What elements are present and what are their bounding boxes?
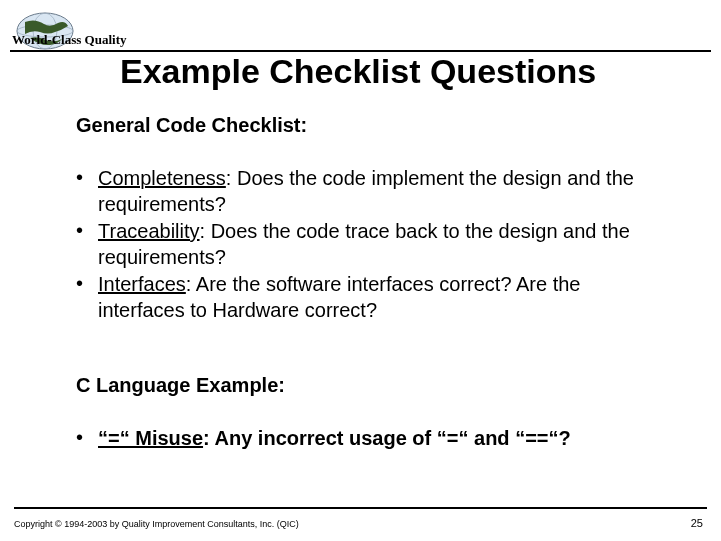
bullet-icon: • [76,166,98,217]
bullet-icon: • [76,272,98,323]
item-label: Interfaces [98,273,186,295]
general-checklist: • Completeness: Does the code implement … [76,166,661,326]
list-item: • Interfaces: Are the software interface… [76,272,661,323]
copyright-text: Copyright © 1994-2003 by Quality Improve… [14,519,299,529]
list-item-body: “=“ Misuse: Any incorrect usage of “=“ a… [98,426,691,452]
section-heading-general: General Code Checklist: [76,114,307,137]
list-item-body: Traceability: Does the code trace back t… [98,219,661,270]
list-item: • Completeness: Does the code implement … [76,166,661,217]
list-item-body: Completeness: Does the code implement th… [98,166,661,217]
slide-header: World-Class Quality [10,10,711,52]
clang-checklist: • “=“ Misuse: Any incorrect usage of “=“… [76,426,691,452]
header-brand-text: World-Class Quality [12,32,127,48]
slide-title: Example Checklist Questions [120,52,596,91]
bullet-icon: • [76,219,98,270]
item-label: Completeness [98,167,226,189]
item-label: “=“ Misuse [98,427,203,449]
list-item: • Traceability: Does the code trace back… [76,219,661,270]
bullet-icon: • [76,426,98,452]
list-item-body: Interfaces: Are the software interfaces … [98,272,661,323]
section-heading-clang: C Language Example: [76,374,285,397]
footer-divider [14,507,707,509]
page-number: 25 [691,517,703,529]
item-text: : Any incorrect usage of “=“ and “==“? [203,427,571,449]
list-item: • “=“ Misuse: Any incorrect usage of “=“… [76,426,691,452]
item-label: Traceability [98,220,200,242]
